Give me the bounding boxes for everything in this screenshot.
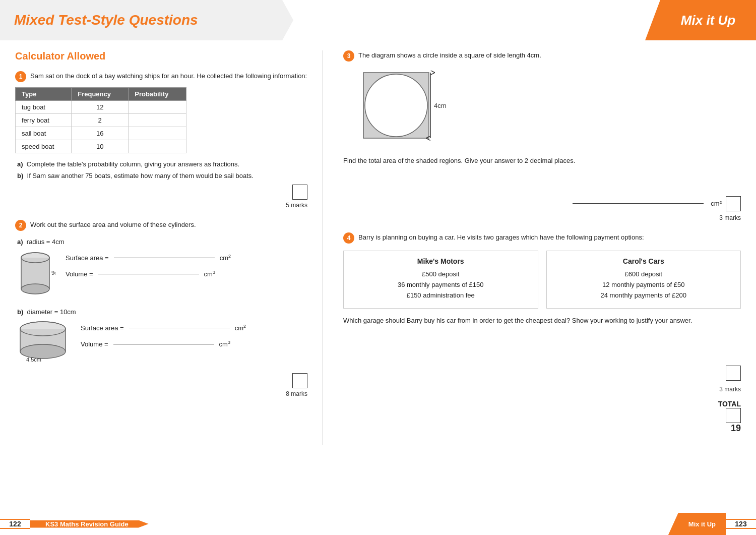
garage1-monthly1: 36 monthly payments of £150: [352, 281, 530, 288]
total-answer-box: [726, 408, 741, 423]
cylinder-a: a) radius = 4cm 9cm: [15, 238, 307, 299]
q1-b: b) If Sam saw another 75 boats, estimate…: [17, 172, 307, 180]
cylinder-b-diagram: 4.5cm: [15, 319, 71, 364]
left-column: Calculator Allowed 1 Sam sat on the dock…: [15, 50, 307, 445]
garage2-box: Carol's Cars £600 deposit 12 monthly pay…: [546, 251, 741, 309]
svg-text:4cm: 4cm: [434, 102, 447, 109]
svg-text:4.5cm: 4.5cm: [26, 356, 41, 363]
q3-unit: cm²: [711, 200, 722, 207]
q1-answer-box: [292, 185, 307, 200]
boat-prob: [129, 114, 186, 127]
mix-badge: Mix it Up: [645, 0, 756, 40]
volume-label-b: Volume =: [81, 340, 108, 348]
garage1-name: Mike's Motors: [352, 257, 530, 265]
boat-prob: [129, 101, 186, 114]
boat-prob: [129, 127, 186, 140]
volume-row-b: Volume = cm3: [81, 340, 246, 348]
col-probability: Probability: [129, 88, 186, 101]
surface-area-line-b: [129, 328, 230, 328]
footer-page-right: 123: [726, 519, 756, 529]
svg-point-15: [365, 74, 427, 137]
cylinder-a-row: 9cm Surface area = cm2 Volume =: [15, 249, 307, 299]
page-footer: 122 KS3 Maths Revision Guide Mix it Up 1…: [0, 513, 756, 535]
q2-b-text: diameter = 10cm: [27, 308, 76, 316]
surface-area-label-a: Surface area =: [66, 254, 109, 262]
footer-left: 122 KS3 Maths Revision Guide: [0, 513, 149, 535]
boat-prob: [129, 140, 186, 153]
q2-a-text: radius = 4cm: [27, 238, 65, 246]
volume-label-a: Volume =: [66, 270, 93, 278]
q2-b-label-row: b) diameter = 10cm: [17, 308, 307, 316]
q1-a-label: a): [17, 160, 23, 168]
q1-marks-area: 5 marks: [15, 185, 307, 209]
q3-number: 3: [343, 50, 354, 62]
cylinder-b-row: 4.5cm Surface area = cm2 Volume =: [15, 319, 307, 364]
footer-mix-strip: Mix it Up: [668, 513, 726, 535]
question-3: 3 The diagram shows a circle inside a sq…: [343, 50, 741, 221]
volume-unit-b: cm3: [219, 340, 230, 348]
cylinder-b-formulas: Surface area = cm2 Volume = cm3: [81, 319, 246, 348]
q3-answer-line: [573, 203, 704, 204]
garage1-box: Mike's Motors £500 deposit 36 monthly pa…: [343, 251, 538, 309]
q3-find-text: Find the total area of the shaded region…: [343, 156, 741, 166]
page-title: Mixed Test-Style Questions: [14, 12, 198, 28]
q1-b-label: b): [17, 172, 23, 180]
surface-area-unit-b: cm2: [235, 324, 246, 332]
garage2-name: Carol's Cars: [555, 257, 733, 265]
probability-table: Type Frequency Probability tug boat 12 f…: [15, 87, 186, 153]
q1-marks: 5 marks: [286, 202, 307, 209]
cylinder-a-diagram: 9cm: [15, 249, 55, 299]
surface-area-row-a: Surface area = cm2: [66, 254, 231, 262]
cylinder-b: b) diameter = 10cm 4.5cm: [15, 308, 307, 364]
boat-type: tug boat: [16, 101, 72, 114]
boat-freq: 10: [72, 140, 129, 153]
q4-marks-total: 3 marks TOTAL 19: [343, 366, 741, 434]
volume-line-b: [113, 344, 214, 344]
q2-number: 2: [15, 220, 26, 231]
question-2: 2 Work out the surface area and volume o…: [15, 220, 307, 397]
q2-text: Work out the surface area and volume of …: [30, 220, 196, 230]
q4-text: Barry is planning on buying a car. He vi…: [358, 232, 644, 243]
svg-text:9cm: 9cm: [51, 270, 55, 276]
q1-text: Sam sat on the dock of a bay watching sh…: [30, 71, 307, 81]
q4-answer-box: [726, 366, 741, 381]
footer-mix-text: Mix it Up: [688, 520, 716, 528]
q4-number: 4: [343, 232, 354, 244]
circle-diagram: 4cm: [358, 68, 741, 150]
garage2-monthly2: 24 monthly payments of £200: [555, 291, 733, 299]
page-header: Mixed Test-Style Questions Mix it Up: [0, 0, 756, 40]
q2-marks-area: 8 marks: [15, 373, 307, 397]
svg-point-4: [21, 284, 49, 294]
right-column: 3 The diagram shows a circle inside a sq…: [338, 50, 741, 445]
footer-title-strip: KS3 Maths Revision Guide: [30, 520, 149, 528]
garage1-extra: £150 administration fee: [352, 291, 530, 299]
q1-a: a) Complete the table's probability colu…: [17, 160, 307, 168]
footer-title-text: KS3 Maths Revision Guide: [45, 520, 129, 528]
col-frequency: Frequency: [72, 88, 129, 101]
surface-area-unit-a: cm2: [220, 254, 231, 262]
cylinder-a-formulas: Surface area = cm2 Volume = cm3: [66, 249, 231, 278]
q4-marks: 3 marks: [719, 386, 741, 393]
cylinder-section: a) radius = 4cm 9cm: [15, 238, 307, 364]
table-row: sail boat 16: [16, 127, 186, 140]
mix-badge-text: Mix it Up: [666, 13, 735, 28]
table-row: tug boat 12: [16, 101, 186, 114]
surface-area-row-b: Surface area = cm2: [81, 324, 246, 332]
volume-unit-a: cm3: [204, 270, 215, 278]
boat-freq: 2: [72, 114, 129, 127]
garage2-deposit: £600 deposit: [555, 270, 733, 278]
q3-answer-box: [726, 196, 741, 211]
q2-marks: 8 marks: [286, 390, 307, 397]
section-heading: Calculator Allowed: [15, 50, 307, 62]
main-content: Calculator Allowed 1 Sam sat on the dock…: [0, 40, 756, 455]
table-row: ferry boat 2: [16, 114, 186, 127]
table-row: speed boat 10: [16, 140, 186, 153]
footer-page-left: 122: [0, 519, 30, 529]
q1-b-text: If Sam saw another 75 boats, estimate ho…: [27, 172, 254, 180]
q2-answer-box: [292, 373, 307, 388]
volume-line-a: [98, 274, 199, 274]
garage1-deposit: £500 deposit: [352, 270, 530, 278]
q2-b-label: b): [17, 308, 23, 316]
footer-right: Mix it Up 123: [668, 513, 756, 535]
question-4: 4 Barry is planning on buying a car. He …: [343, 232, 741, 434]
